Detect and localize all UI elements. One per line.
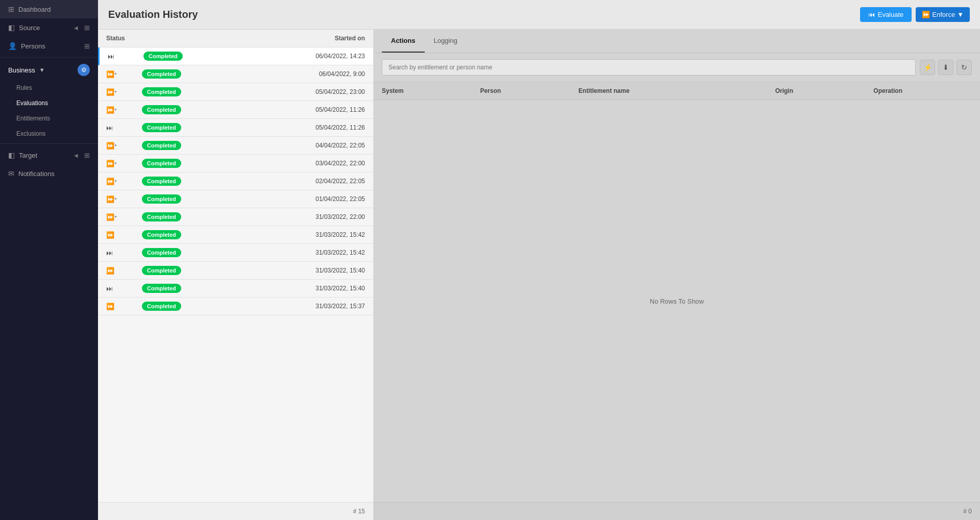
table-row[interactable]: ⏩+ Completed 06/04/2022, 9:00 [98, 65, 373, 83]
filter-icon-button[interactable]: ⚡ [920, 60, 935, 75]
row-icons: ⏩+ [106, 213, 142, 221]
started-on: 01/04/2022, 22:05 [213, 195, 365, 203]
sidebar-item-source[interactable]: ◧ Source ◀ ⊞ [0, 18, 98, 37]
tab-actions[interactable]: Actions [382, 30, 425, 53]
status-badge: Completed [142, 230, 181, 239]
source-arrow-icon: ◀ [74, 25, 78, 31]
search-bar: ⚡ ⬇ ↻ [374, 53, 980, 82]
notifications-icon: ✉ [8, 169, 14, 178]
main-content: Evaluation History ⏮ Evaluate ⏩ Enforce … [98, 0, 980, 520]
target-grid-icon: ⊞ [84, 152, 90, 159]
plus-icon: + [114, 89, 117, 94]
started-on: 31/03/2022, 15:42 [213, 249, 365, 256]
row-icons: ⏩+ [106, 70, 142, 78]
status-badge: Completed [143, 52, 183, 61]
sidebar-sub-item-rules[interactable]: Rules [0, 80, 98, 95]
status-badge: Completed [142, 69, 181, 79]
table-row[interactable]: ⏭ Completed 05/04/2022, 11:26 [98, 119, 373, 137]
started-on: 31/03/2022, 15:40 [213, 285, 365, 292]
table-row[interactable]: ⏩+ Completed 05/04/2022, 11:26 [98, 101, 373, 119]
col-operation: Operation [873, 87, 972, 94]
ff-icon: ⏩ [106, 213, 114, 221]
sidebar-sub-item-exclusions[interactable]: Exclusions [0, 126, 98, 141]
search-input[interactable] [382, 59, 916, 76]
started-on: 06/04/2022, 14:23 [215, 53, 365, 60]
sidebar-item-persons[interactable]: 👤 Persons ⊞ [0, 37, 98, 55]
evaluate-button[interactable]: ⏮ Evaluate [860, 7, 912, 22]
tab-logging[interactable]: Logging [425, 30, 467, 53]
row-icons: ⏩ [106, 267, 142, 275]
persons-icon: 👤 [8, 42, 17, 50]
download-icon-button[interactable]: ⬇ [938, 60, 953, 75]
table-row[interactable]: ⏩+ Completed 04/04/2022, 22:05 [98, 137, 373, 155]
enforce-button[interactable]: ⏩ Enforce ▼ [916, 7, 970, 22]
source-icon: ◧ [8, 23, 15, 32]
table-row[interactable]: ⏩+ Completed 02/04/2022, 22:05 [98, 172, 373, 190]
status-badge: Completed [142, 87, 181, 96]
status-badge: Completed [142, 212, 181, 221]
table-row[interactable]: ⏩+ Completed 31/03/2022, 22:00 [98, 208, 373, 226]
table-row[interactable]: ⏭ Completed 06/04/2022, 14:23 [98, 47, 373, 65]
col-header-status: Status [106, 35, 157, 42]
ff-icon: ⏩ [106, 231, 114, 239]
sidebar-item-dashboard[interactable]: ⊞ Dashboard [0, 0, 98, 18]
row-icons: ⏩+ [106, 160, 142, 167]
row-icons: ⏩ [106, 231, 142, 239]
row-icons: ⏭ [106, 249, 142, 257]
status-badge: Completed [142, 194, 181, 204]
ff-icon: ⏩ [106, 267, 114, 275]
refresh-icon-button[interactable]: ↻ [957, 60, 972, 75]
table-row[interactable]: ⏭ Completed 31/03/2022, 15:40 [98, 280, 373, 298]
table-row[interactable]: ⏩ Completed 31/03/2022, 15:40 [98, 262, 373, 280]
table-row[interactable]: ⏩+ Completed 01/04/2022, 22:05 [98, 190, 373, 208]
plus-icon: + [114, 179, 117, 184]
plus-icon: + [114, 107, 117, 112]
table-row[interactable]: ⏩ Completed 31/03/2022, 15:42 [98, 226, 373, 244]
ff-icon: ⏩ [106, 142, 114, 150]
status-badge: Completed [142, 302, 181, 311]
started-on: 05/04/2022, 11:26 [213, 124, 365, 131]
sidebar-sub-item-evaluations[interactable]: Evaluations [0, 95, 98, 111]
skip-icon: ⏭ [108, 53, 114, 60]
ff-icon: ⏩ [106, 88, 114, 96]
row-icons: ⏭ [106, 124, 142, 132]
started-on: 31/03/2022, 15:42 [213, 231, 365, 238]
status-badge: Completed [142, 105, 181, 114]
started-on: 03/04/2022, 22:00 [213, 160, 365, 167]
top-bar: Evaluation History ⏮ Evaluate ⏩ Enforce … [98, 0, 980, 30]
status-badge: Completed [142, 266, 181, 275]
skip-icon: ⏭ [106, 124, 113, 132]
sidebar: ⊞ Dashboard ◧ Source ◀ ⊞ 👤 Persons ⊞ Bus… [0, 0, 98, 520]
row-icons: ⏩+ [106, 178, 142, 185]
status-badge: Completed [142, 177, 181, 186]
table-row[interactable]: ⏩+ Completed 03/04/2022, 22:00 [98, 155, 373, 172]
status-badge: Completed [142, 159, 181, 168]
sidebar-item-notifications[interactable]: ✉ Notifications [0, 164, 98, 183]
history-footer: # 15 [98, 502, 373, 520]
sidebar-item-target[interactable]: ◧ Target ◀ ⊞ [0, 146, 98, 164]
ff-icon: ⏩ [106, 195, 114, 203]
status-badge: Completed [142, 123, 181, 132]
started-on: 31/03/2022, 15:37 [213, 303, 365, 310]
history-panel: Status Started on ⏭ Completed 06/04/2022… [98, 30, 374, 520]
business-dropdown-icon: ▼ [39, 67, 45, 73]
ff-icon: ⏩ [106, 160, 114, 167]
table-row[interactable]: ⏩ Completed 31/03/2022, 15:37 [98, 298, 373, 315]
ff-icon: ⏩ [106, 70, 114, 78]
started-on: 31/03/2022, 22:00 [213, 213, 365, 220]
enforce-icon: ⏩ [922, 11, 930, 18]
started-on: 02/04/2022, 22:05 [213, 178, 365, 185]
sidebar-item-business[interactable]: Business ▼ ⚙ [0, 60, 98, 80]
sidebar-sub-item-entitlements[interactable]: Entitlements [0, 111, 98, 126]
row-icons: ⏭ [106, 285, 142, 292]
evaluate-icon: ⏮ [868, 11, 875, 18]
table-row[interactable]: ⏭ Completed 31/03/2022, 15:42 [98, 244, 373, 262]
refresh-icon: ↻ [961, 63, 967, 71]
table-row[interactable]: ⏩+ Completed 05/04/2022, 23:00 [98, 83, 373, 101]
business-label: Business [8, 66, 35, 74]
row-icons: ⏩+ [106, 106, 142, 114]
dashboard-icon: ⊞ [8, 5, 14, 13]
status-badge: Completed [142, 141, 181, 150]
status-badge: Completed [142, 284, 181, 293]
history-list: ⏭ Completed 06/04/2022, 14:23 ⏩+ Complet… [98, 47, 373, 502]
